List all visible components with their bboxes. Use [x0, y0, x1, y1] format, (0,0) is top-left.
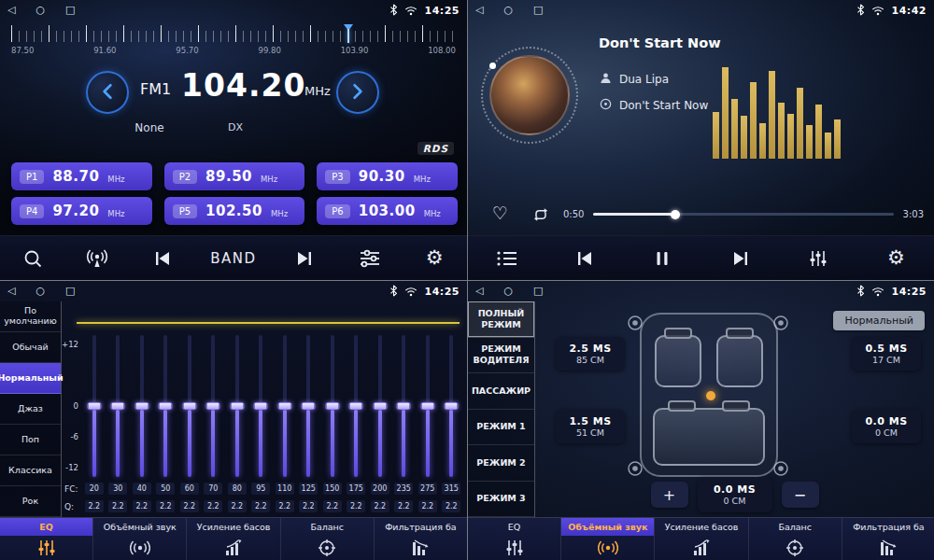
eq-band-slider[interactable] — [106, 335, 131, 477]
settings-icon[interactable]: ⚙ — [417, 248, 451, 268]
listening-mode-item[interactable]: РЕЖИМ 3 — [468, 482, 534, 518]
settings-icon[interactable]: ⚙ — [879, 248, 913, 268]
pause-icon[interactable] — [645, 248, 679, 269]
slider-thumb[interactable] — [87, 402, 101, 410]
slider-thumb[interactable] — [420, 402, 434, 410]
listening-mode-item[interactable]: РЕЖИМ 2 — [468, 445, 534, 482]
progress-bar[interactable] — [593, 213, 894, 216]
slider-thumb[interactable] — [230, 402, 244, 410]
eq-band-slider[interactable] — [368, 335, 392, 477]
favorite-icon[interactable]: ♡ — [492, 203, 508, 223]
eq-band-slider[interactable] — [249, 335, 274, 477]
tab-bass-boost[interactable]: Усиление басов — [655, 518, 748, 560]
back-icon[interactable]: ◁ — [475, 281, 483, 301]
slider-thumb[interactable] — [254, 402, 268, 410]
eq-preset-item[interactable]: Рок — [0, 486, 61, 517]
eq-preset-item[interactable]: Обычай — [0, 332, 61, 363]
slider-thumb[interactable] — [111, 402, 125, 410]
eq-sliders-icon[interactable] — [801, 249, 835, 268]
listening-mode-item[interactable]: РЕЖИМ 1 — [468, 410, 534, 446]
slider-thumb[interactable] — [373, 402, 387, 410]
next-track-icon[interactable] — [724, 247, 757, 270]
tab-eq[interactable]: EQ — [468, 518, 561, 560]
tab-filter[interactable]: Фильтрация ба — [842, 518, 934, 560]
back-icon[interactable]: ◁ — [475, 0, 483, 21]
eq-band-slider[interactable] — [440, 335, 464, 477]
seek-up-button[interactable] — [336, 71, 379, 114]
listening-mode-item[interactable]: ПАССАЖИР — [468, 373, 534, 410]
prev-track-icon[interactable] — [146, 247, 179, 270]
increase-delay-button[interactable]: + — [651, 482, 688, 508]
slider-thumb[interactable] — [206, 402, 220, 410]
preset-button-p6[interactable]: P6103.00MHz — [317, 197, 458, 225]
eq-band-slider[interactable] — [154, 335, 178, 477]
home-icon[interactable]: ○ — [503, 281, 513, 301]
preset-button-p3[interactable]: P390.30MHz — [317, 162, 458, 190]
slider-thumb[interactable] — [325, 402, 339, 410]
listening-mode-item[interactable]: РЕЖИМ ВОДИТЕЛЯ — [468, 338, 534, 374]
eq-preset-item[interactable]: Поп — [0, 425, 61, 455]
eq-band-slider[interactable] — [82, 335, 106, 477]
eq-preset-item[interactable]: По умолчанию — [0, 301, 61, 332]
back-icon[interactable]: ◁ — [7, 0, 15, 21]
progress-thumb[interactable] — [671, 210, 680, 219]
prev-track-icon[interactable] — [568, 247, 601, 270]
listening-mode-item[interactable]: ПОЛНЫЙ РЕЖИМ — [468, 301, 534, 338]
seat-rear-bench[interactable] — [653, 408, 765, 466]
seat-front-left[interactable] — [655, 335, 701, 387]
eq-band-slider[interactable] — [177, 335, 202, 477]
decrease-delay-button[interactable]: − — [782, 482, 819, 508]
eq-band-slider[interactable] — [130, 335, 154, 477]
broadcast-icon[interactable] — [80, 248, 114, 269]
repeat-icon[interactable] — [531, 205, 550, 228]
home-icon[interactable]: ○ — [35, 0, 45, 21]
preset-button-p4[interactable]: P497.20MHz — [11, 197, 152, 225]
playlist-icon[interactable] — [490, 249, 524, 268]
mixer-icon[interactable] — [353, 248, 387, 269]
slider-thumb[interactable] — [159, 402, 173, 410]
home-icon[interactable]: ○ — [503, 0, 513, 21]
eq-band-slider[interactable] — [345, 335, 369, 477]
next-track-icon[interactable] — [288, 247, 321, 270]
preset-button-p1[interactable]: P188.70MHz — [11, 162, 152, 190]
recents-icon[interactable]: □ — [65, 281, 75, 301]
slider-thumb[interactable] — [349, 402, 363, 410]
band-button[interactable]: BAND — [210, 250, 256, 267]
recents-icon[interactable]: □ — [533, 0, 543, 21]
slider-thumb[interactable] — [445, 402, 459, 410]
frequency-scale[interactable]: 87.50 91.60 95.70 99.80 103.90 108.00 — [0, 23, 467, 64]
tab-balance[interactable]: Баланс — [749, 518, 842, 560]
seat-front-right[interactable] — [716, 335, 763, 387]
eq-band-slider[interactable] — [392, 335, 417, 477]
preset-button-p2[interactable]: P289.50MHz — [164, 162, 305, 190]
eq-band-slider[interactable] — [273, 335, 297, 477]
slider-thumb[interactable] — [277, 402, 291, 410]
tab-surround[interactable]: Объёмный звук — [93, 518, 187, 560]
home-icon[interactable]: ○ — [35, 281, 45, 301]
slider-thumb[interactable] — [134, 402, 149, 410]
tab-eq[interactable]: EQ — [0, 518, 93, 560]
eq-band-slider[interactable] — [202, 335, 226, 477]
tab-bass-boost[interactable]: Усиление басов — [187, 518, 280, 560]
sound-preset-button[interactable]: Нормальный — [833, 311, 925, 330]
eq-band-slider[interactable] — [225, 335, 249, 477]
album-art[interactable] — [481, 47, 578, 144]
preset-button-p5[interactable]: P5102.50MHz — [164, 197, 305, 225]
slider-thumb[interactable] — [397, 402, 411, 410]
scan-icon[interactable] — [16, 248, 50, 269]
slider-thumb[interactable] — [302, 402, 316, 410]
slider-thumb[interactable] — [182, 402, 196, 410]
back-icon[interactable]: ◁ — [7, 281, 15, 301]
recents-icon[interactable]: □ — [65, 0, 75, 21]
seek-down-button[interactable] — [86, 71, 129, 114]
recents-icon[interactable]: □ — [533, 281, 543, 301]
tab-balance[interactable]: Баланс — [281, 518, 375, 560]
eq-preset-item[interactable]: Джаз — [0, 394, 61, 425]
tab-filter[interactable]: Фильтрация ба — [375, 518, 467, 560]
tab-surround[interactable]: Объёмный звук — [561, 518, 655, 560]
eq-preset-item[interactable]: Классика — [0, 455, 61, 486]
eq-band-slider[interactable] — [416, 335, 440, 477]
eq-preset-item[interactable]: Нормальный — [0, 363, 61, 394]
eq-band-slider[interactable] — [320, 335, 345, 477]
eq-band-slider[interactable] — [297, 335, 321, 477]
